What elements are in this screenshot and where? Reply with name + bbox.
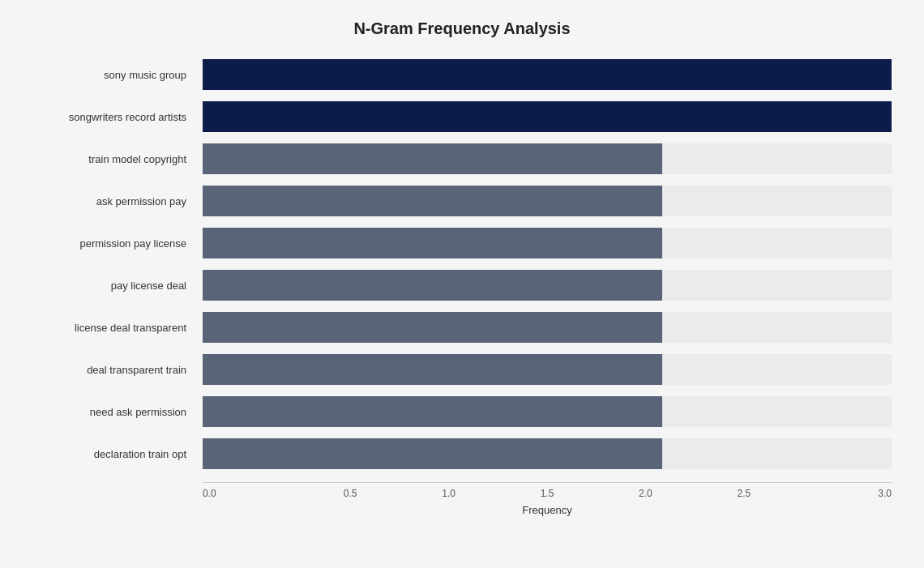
bar-track	[203, 186, 892, 216]
chart-title: N-Gram Frequency Analysis	[32, 19, 892, 38]
chart-area: sony music groupsongwriters record artis…	[32, 54, 892, 476]
bar-row: need ask permission	[203, 391, 892, 432]
x-tick: 2.5	[695, 488, 793, 499]
bar-row: songwriters record artists	[203, 96, 892, 137]
bar-row: train model copyright	[203, 139, 892, 179]
bar-track	[203, 312, 892, 343]
bar-track	[203, 270, 892, 301]
bar-track	[203, 438, 892, 469]
x-tick: 1.5	[498, 488, 596, 499]
bar-fill	[203, 59, 892, 90]
x-axis-ticks: 0.00.51.01.52.02.53.0	[203, 482, 892, 499]
bar-fill	[203, 228, 662, 258]
bar-fill	[203, 101, 892, 132]
bar-fill	[203, 143, 662, 174]
bar-fill	[203, 312, 662, 343]
bar-track	[203, 354, 892, 385]
bar-label: license deal transparent	[32, 322, 195, 334]
bar-track	[203, 59, 892, 90]
bar-fill	[203, 438, 662, 469]
bar-label: sony music group	[32, 69, 195, 81]
bar-row: sony music group	[203, 54, 892, 95]
bar-fill	[203, 186, 662, 216]
bar-row: license deal transparent	[203, 307, 892, 348]
bar-row: declaration train opt	[203, 433, 892, 474]
chart-container: N-Gram Frequency Analysis sony music gro…	[16, 3, 908, 565]
bar-label: permission pay license	[32, 237, 195, 250]
bar-fill	[203, 270, 662, 301]
bar-track	[203, 101, 892, 132]
bar-label: songwriters record artists	[32, 111, 195, 123]
x-tick: 0.0	[203, 488, 301, 499]
x-tick: 3.0	[794, 488, 892, 499]
bar-label: declaration train opt	[32, 448, 195, 460]
bar-label: need ask permission	[32, 406, 195, 418]
x-tick: 0.5	[301, 488, 399, 499]
bar-row: ask permission pay	[203, 181, 892, 221]
bar-track	[203, 143, 892, 174]
bar-row: deal transparent train	[203, 349, 892, 390]
x-tick: 2.0	[597, 488, 695, 499]
bar-label: pay license deal	[32, 280, 195, 292]
bar-row: pay license deal	[203, 265, 892, 305]
bar-fill	[203, 396, 662, 427]
x-axis-label: Frequency	[32, 504, 892, 516]
x-tick: 1.0	[400, 488, 498, 499]
x-axis: 0.00.51.01.52.02.53.0	[32, 482, 892, 499]
bar-fill	[203, 354, 662, 385]
bar-track	[203, 396, 892, 427]
bar-label: train model copyright	[32, 153, 195, 165]
bar-label: ask permission pay	[32, 195, 195, 207]
bar-label: deal transparent train	[32, 364, 195, 376]
bar-track	[203, 228, 892, 258]
bar-row: permission pay license	[203, 223, 892, 263]
